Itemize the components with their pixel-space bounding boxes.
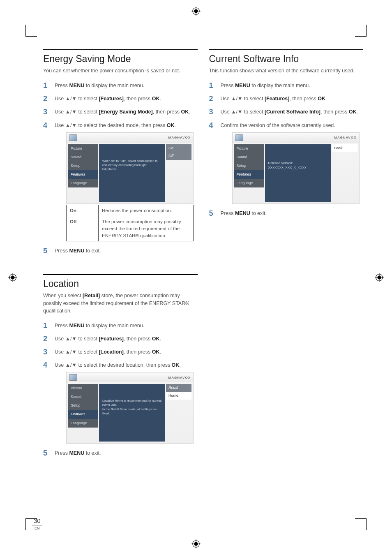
osd-menu-item-active: Features: [234, 170, 264, 179]
step: Press MENU to exit.: [209, 210, 364, 217]
osd-description: Location Home is recommended for normal …: [99, 384, 165, 442]
osd-menu-item: Sound: [234, 153, 264, 162]
tv-icon: [69, 134, 77, 141]
step: Use ▲/▼ to select [Features], then press…: [43, 335, 198, 342]
section-location: Location When you select [Retail] store,…: [43, 274, 198, 457]
step: Confirm the version of the software curr…: [209, 122, 364, 204]
osd-screenshot-software: MAGNAVOX Picture Sound Setup Features La…: [232, 132, 360, 204]
registration-mark-icon: [8, 273, 17, 282]
osd-options: Retail Home: [166, 384, 191, 442]
crop-mark: [25, 36, 37, 37]
osd-menu-item-active: Features: [68, 410, 98, 419]
tv-icon: [69, 374, 77, 381]
brand-label: MAGNAVOX: [334, 135, 357, 140]
osd-option-selected: Back: [332, 144, 357, 152]
option-label: On: [67, 205, 99, 216]
registration-mark-icon: [191, 7, 201, 16]
registration-mark-icon: [191, 539, 201, 548]
option-desc: Reduces the power consumption.: [99, 205, 194, 216]
osd-description: Release Version: XXXXXXX_XXX_X_XXXX: [265, 144, 331, 202]
brand-label: MAGNAVOX: [168, 375, 191, 380]
osd-menu-item: Picture: [234, 144, 264, 153]
step: Use ▲/▼ to select [Energy Saving Mode], …: [43, 108, 198, 116]
version-value: XXXXXXX_XXX_X_XXXX: [268, 165, 307, 170]
step: Press MENU to display the main menu.: [43, 82, 198, 89]
osd-menu-item: Picture: [68, 144, 98, 153]
osd-options: On Off: [166, 144, 191, 202]
osd-screenshot-energy: MAGNAVOX Picture Sound Setup Features La…: [66, 132, 194, 204]
osd-options: Back: [332, 144, 357, 202]
options-table: OnReduces the power consumption. OffThe …: [66, 205, 194, 242]
crop-mark: [355, 518, 367, 519]
crop-mark: [366, 25, 367, 36]
osd-menu-item: Picture: [68, 384, 98, 393]
step: Use ▲/▼ to select [Location], then press…: [43, 348, 198, 356]
heading-location: Location: [43, 278, 198, 289]
osd-menu-item-active: Features: [68, 170, 98, 179]
heading-energy: Energy Saving Mode: [43, 53, 198, 65]
osd-screenshot-location: MAGNAVOX Picture Sound Setup Features La…: [66, 372, 194, 444]
step: Use ▲/▼ to select [Features], then press…: [209, 95, 364, 102]
intro-location: When you select [Retail] store, the powe…: [43, 292, 198, 314]
osd-menu-item: Sound: [68, 393, 98, 401]
osd-menu-item: Language: [234, 179, 264, 187]
osd-option: Off: [166, 152, 191, 160]
osd-menu-item: Setup: [68, 401, 98, 410]
intro-energy: You can set whether the power consumptio…: [43, 67, 198, 74]
step: Press MENU to exit.: [43, 449, 198, 457]
osd-menu-item: Language: [68, 419, 98, 428]
osd-menu-item: Language: [68, 179, 98, 187]
tv-icon: [235, 134, 243, 141]
crop-mark: [366, 519, 367, 530]
osd-option: On: [166, 144, 191, 152]
step: Press MENU to display the main menu.: [43, 322, 198, 329]
step: Press MENU to display the main menu.: [209, 82, 364, 89]
registration-mark-icon: [375, 273, 384, 282]
version-label: Release Version:: [268, 161, 307, 165]
osd-option: Retail: [166, 384, 191, 392]
step: Use ▲/▼ to select the desired location, …: [43, 361, 198, 444]
step: Press MENU to exit.: [43, 247, 198, 254]
osd-option-selected: Home: [166, 392, 191, 400]
brand-label: MAGNAVOX: [168, 135, 191, 140]
step: Use ▲/▼ to select [Features], then press…: [43, 95, 198, 102]
osd-menu-item: Setup: [68, 162, 98, 170]
osd-menu-item: Sound: [68, 153, 98, 162]
osd-menu-item: Setup: [234, 162, 264, 170]
osd-menu: Picture Sound Setup Features Language: [234, 144, 264, 202]
section-energy-saving: Energy Saving Mode You can set whether t…: [43, 49, 198, 254]
page-number: 30 EN: [32, 517, 42, 530]
crop-mark: [25, 519, 26, 530]
crop-mark: [25, 25, 26, 36]
option-desc: The power consumption may possibly excee…: [99, 216, 194, 241]
section-software-info: Current Software Info This function show…: [209, 49, 364, 217]
osd-description: When set to "On", power consumption is r…: [99, 144, 165, 202]
intro-software: This function shows what version of the …: [209, 67, 364, 74]
osd-menu: Picture Sound Setup Features Language: [68, 384, 98, 442]
crop-mark: [355, 36, 367, 37]
step: Use ▲/▼ to select [Current Software Info…: [209, 108, 364, 116]
step: Use ▲/▼ to select the desired mode, then…: [43, 122, 198, 242]
heading-software: Current Software Info: [209, 53, 364, 65]
osd-menu: Picture Sound Setup Features Language: [68, 144, 98, 202]
option-label: Off: [67, 216, 99, 241]
